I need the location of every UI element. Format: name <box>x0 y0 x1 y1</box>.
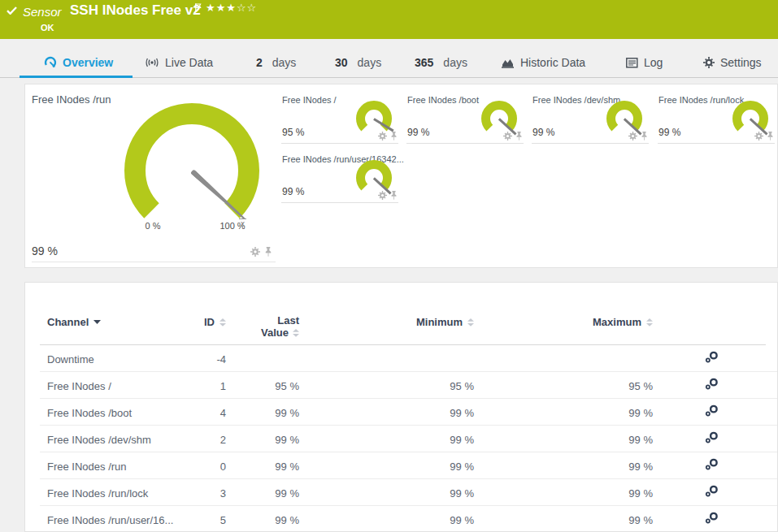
channel-settings-icon <box>705 512 719 524</box>
column-header-minimum[interactable]: Minimum <box>299 316 474 328</box>
pin-icon[interactable] <box>390 132 398 141</box>
channel-name: Free INodes /dev/shm <box>47 434 151 446</box>
column-label: Minimum <box>416 316 463 328</box>
channel-id: -4 <box>145 353 226 365</box>
gear-icon[interactable] <box>628 132 637 141</box>
channel-settings-button[interactable] <box>705 458 724 470</box>
minimum-value: 99 % <box>299 434 474 446</box>
channel-settings-button[interactable] <box>705 351 724 363</box>
channel-id: 2 <box>145 434 226 446</box>
column-header-channel[interactable]: Channel <box>47 316 101 328</box>
gauge-cell-actions <box>378 132 398 141</box>
gauge-icon <box>44 56 57 69</box>
gauge-title: Free INodes /boot <box>407 95 479 105</box>
channel-settings-button[interactable] <box>705 404 724 417</box>
last-value: 99 % <box>226 407 299 419</box>
column-label: Channel <box>47 316 89 328</box>
last-value: 95 % <box>226 380 299 392</box>
gauge-cell: Free INodes /run/user/16342... 99 % <box>281 150 398 203</box>
gauge-title: Free INodes / <box>282 95 337 105</box>
gauge-value: 99 % <box>32 244 58 257</box>
last-value: 99 % <box>226 434 299 446</box>
channel-settings-icon <box>705 378 719 390</box>
maximum-value: 99 % <box>474 487 653 500</box>
column-label: Maximum <box>593 316 641 328</box>
gear-icon[interactable] <box>378 191 387 200</box>
table-row: Free INodes /run 0 99 % 99 % 99 % <box>25 452 777 479</box>
pin-icon[interactable] <box>515 132 523 141</box>
pin-icon[interactable] <box>641 132 648 141</box>
gear-icon[interactable] <box>754 132 763 141</box>
log-list-icon <box>626 58 638 68</box>
pin-icon[interactable] <box>767 132 774 141</box>
channel-id: 0 <box>145 461 226 473</box>
tab-log[interactable]: Log <box>624 48 664 77</box>
channel-settings-icon <box>705 458 719 470</box>
tab-unit: days <box>272 56 297 69</box>
flag-icon[interactable] <box>195 3 202 12</box>
tab-365-days[interactable]: 365days <box>413 48 469 77</box>
tab-label: Log <box>644 56 663 69</box>
pin-icon[interactable] <box>264 247 272 257</box>
gear-icon[interactable] <box>250 247 260 257</box>
tab-number: 30 <box>335 56 348 69</box>
column-header-id[interactable]: ID <box>145 316 226 328</box>
tab-2-days[interactable]: 2days <box>254 48 298 77</box>
tab-historic-data[interactable]: Historic Data <box>500 48 587 77</box>
gauge-cell: Free INodes /boot 99 % <box>406 91 524 144</box>
table-row: Free INodes / 1 95 % 95 % 95 % <box>25 372 777 399</box>
tab-label: Overview <box>63 56 113 69</box>
tab-30-days[interactable]: 30days <box>333 48 383 77</box>
minimum-value: 95 % <box>299 380 474 392</box>
table-row: Free INodes /run/user/16... 5 99 % 99 % … <box>25 506 777 532</box>
tab-live-data[interactable]: Live Data <box>143 48 215 77</box>
column-header-last-value[interactable]: Last Value <box>226 315 299 339</box>
sort-icon <box>467 318 474 327</box>
table-row: Free INodes /run/lock 3 99 % 99 % 99 % <box>25 479 777 506</box>
gauge-cell-actions <box>378 191 398 200</box>
gear-icon[interactable] <box>378 132 387 141</box>
channel-id: 3 <box>145 487 226 500</box>
channel-settings-icon <box>705 351 719 363</box>
channel-id: 5 <box>145 514 226 526</box>
last-value: 99 % <box>226 487 299 500</box>
channel-name: Downtime <box>47 353 94 365</box>
stars-filled: ★★★ <box>206 2 237 14</box>
channel-settings-button[interactable] <box>705 431 724 443</box>
minimum-value: 99 % <box>299 514 474 526</box>
tab-unit: days <box>443 56 467 69</box>
gear-icon[interactable] <box>503 132 512 141</box>
table-row: Downtime -4 <box>25 345 777 372</box>
tab-overview[interactable]: Overview <box>42 48 115 77</box>
sort-icon <box>219 318 226 327</box>
gauge-value: 99 % <box>282 186 304 197</box>
gear-icon <box>703 57 715 68</box>
channel-id: 4 <box>145 407 226 419</box>
channel-settings-button[interactable] <box>705 378 724 390</box>
maximum-value: 95 % <box>474 380 653 392</box>
channel-settings-button[interactable] <box>705 485 724 497</box>
sensor-status-header: Sensor SSH INodes Free v2 ★★★☆☆ OK <box>0 0 778 39</box>
gauge-cell-actions <box>250 247 272 257</box>
maximum-value: 99 % <box>474 514 653 526</box>
minimum-value: 99 % <box>299 461 474 473</box>
gauges-panel: Free INodes /run 0 % 100 % x 99 % Free I… <box>24 84 778 268</box>
pin-icon[interactable] <box>390 191 398 200</box>
gauge-title: Free INodes /run <box>32 93 111 106</box>
minimum-value: 99 % <box>299 487 474 500</box>
tab-settings[interactable]: Settings <box>702 48 763 77</box>
column-header-maximum[interactable]: Maximum <box>474 316 653 328</box>
last-value: 99 % <box>226 461 299 473</box>
channel-name: Free INodes /run/lock <box>47 487 148 500</box>
sensor-tabbar: Overview Live Data 2days 30days 365days … <box>0 48 778 78</box>
channel-id: 1 <box>145 380 226 392</box>
tab-number: 2 <box>256 56 263 69</box>
primary-gauge: 0 % 100 % x <box>111 102 273 224</box>
status-badge: OK <box>41 23 54 32</box>
maximum-value: 99 % <box>474 434 653 446</box>
maximum-value: 99 % <box>474 407 653 419</box>
gauge-scale-min: 0 % <box>146 221 161 231</box>
priority-star-rating[interactable]: ★★★☆☆ <box>206 2 257 14</box>
channel-name: Free INodes /boot <box>47 407 132 419</box>
channel-settings-button[interactable] <box>705 512 724 524</box>
